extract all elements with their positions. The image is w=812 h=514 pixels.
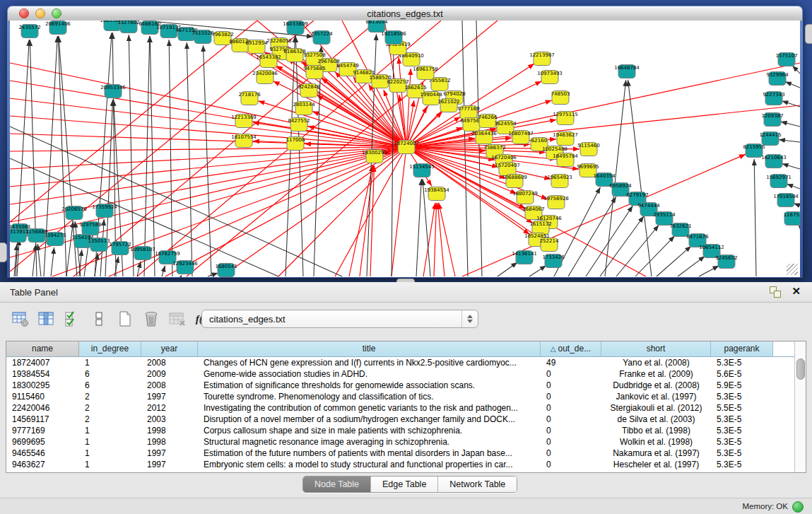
citation-edge-black[interactable] [785, 82, 800, 88]
table-cell[interactable]: 9777169 [6, 425, 79, 436]
table-cell[interactable]: 9465546 [6, 448, 79, 459]
table-cell[interactable]: 5.3E-5 [711, 414, 773, 425]
citation-edge-black[interactable] [616, 225, 659, 276]
citation-edge-black[interactable] [635, 236, 675, 276]
table-cell[interactable]: 6 [79, 380, 141, 391]
table-row[interactable]: 1938455462009Genome-wide association stu… [6, 368, 796, 380]
citation-edge-black[interactable] [600, 216, 644, 276]
table-cell[interactable]: 1 [79, 436, 141, 448]
table-row[interactable]: 2242004622012Investigating the contribut… [6, 402, 796, 414]
table-cell[interactable]: 0 [541, 425, 601, 436]
table-cell[interactable]: Jankovic et al. (1997) [601, 391, 711, 402]
table-cell[interactable]: 2 [79, 402, 141, 414]
citation-edge-black[interactable] [129, 35, 134, 276]
column-header-short[interactable]: short [601, 341, 711, 357]
table-cell[interactable]: 6 [79, 368, 141, 380]
table-cell[interactable]: Hescheler et al. (1997) [601, 459, 711, 470]
table-cell[interactable]: 0 [541, 402, 601, 414]
citation-edge-black[interactable] [51, 247, 54, 276]
table-cell[interactable]: 0 [541, 459, 601, 470]
float-panel-icon[interactable] [770, 286, 781, 298]
citation-edge-black[interactable] [208, 273, 218, 276]
table-cell[interactable]: 18300295 [6, 380, 79, 391]
citation-edge-black[interactable] [169, 40, 172, 276]
citation-edge-black[interactable] [782, 101, 800, 107]
select-rows-icon[interactable] [64, 309, 82, 329]
table-cell[interactable]: Structural magnetic resonance image aver… [198, 436, 541, 448]
table-row[interactable]: 911546021997Tourette syndrome. Phenomeno… [6, 391, 796, 402]
table-cell[interactable]: Investigating the contribution of common… [198, 402, 541, 414]
table-cell[interactable]: 2008 [141, 357, 198, 368]
table-cell[interactable]: 18724007 [6, 357, 79, 368]
table-cell[interactable]: 22420046 [6, 402, 79, 414]
citation-edge-black[interactable] [754, 159, 756, 276]
citation-edge-red[interactable] [360, 165, 373, 276]
table-cell[interactable]: Stergiakouli et al. (2012) [601, 402, 711, 414]
table-cell[interactable]: 0 [541, 391, 601, 402]
citation-edge-black[interactable] [657, 246, 691, 276]
column-header-year[interactable]: year [141, 341, 198, 357]
table-cell[interactable]: Genome-wide association studies in ADHD. [198, 368, 541, 380]
close-panel-icon[interactable]: ✕ [792, 285, 801, 298]
table-cell[interactable]: Dudbridge et al. (2008) [601, 380, 711, 391]
citation-edge-black[interactable] [112, 33, 116, 276]
table-cell[interactable]: 0 [541, 448, 601, 459]
table-cell[interactable]: 2 [79, 391, 141, 402]
table-cell[interactable]: 9699695 [6, 436, 79, 448]
table-row[interactable]: 1830029562008Estimation of significance … [6, 380, 796, 391]
citation-edge-red[interactable] [434, 203, 437, 276]
table-cell[interactable]: 0 [541, 436, 601, 448]
tab-node-table[interactable]: Node Table [303, 477, 371, 492]
table-cell[interactable]: Tourette syndrome. Phenomenology and cla… [198, 391, 541, 402]
table-cell[interactable]: 1998 [141, 436, 198, 448]
citation-edge-black[interactable] [779, 139, 800, 142]
network-window-titlebar[interactable]: citations_edges.txt [8, 6, 802, 21]
table-cell[interactable]: 5.3E-5 [711, 459, 773, 470]
tab-network-table[interactable]: Network Table [438, 477, 517, 492]
citation-edge-black[interactable] [787, 184, 800, 189]
window-resize-grip[interactable] [787, 264, 798, 275]
column-format-icon[interactable] [37, 309, 56, 329]
table-cell[interactable]: 5.3E-5 [711, 425, 773, 436]
citation-edge-black[interactable] [782, 163, 800, 169]
collapse-west-panel-handle[interactable] [0, 243, 7, 262]
table-cell[interactable]: 5.9E-5 [711, 380, 773, 391]
table-cell[interactable]: 0 [541, 368, 601, 380]
citation-edge-red[interactable] [253, 122, 406, 147]
table-cell[interactable]: 1998 [141, 425, 198, 436]
table-cell[interactable]: 5.6E-5 [711, 368, 773, 380]
table-cell[interactable]: 1997 [141, 391, 198, 402]
network-view-canvas[interactable]: 7963822886012889129542322605893275051654… [10, 21, 800, 277]
table-row[interactable]: 1872400712008Changes of HCN gene express… [6, 357, 796, 368]
table-cell[interactable]: 0 [541, 380, 601, 391]
table-cell[interactable]: Franke et al. (2009) [601, 368, 711, 380]
table-options-icon[interactable] [11, 309, 30, 329]
citation-edge-black[interactable] [529, 266, 546, 276]
citation-edge-black[interactable] [781, 122, 800, 127]
column-header-name[interactable]: name [6, 341, 79, 357]
table-cell[interactable]: 14569117 [6, 414, 79, 425]
table-cell[interactable]: 9463627 [6, 459, 79, 470]
table-cell[interactable]: 1997 [141, 459, 198, 470]
table-cell[interactable]: 1 [79, 448, 141, 459]
column-header-in-degree[interactable]: in_degree [79, 341, 141, 357]
citation-edge-red[interactable] [312, 112, 406, 147]
table-cell[interactable]: Disruption of a novel member of a sodium… [198, 414, 541, 425]
table-cell[interactable]: 1 [79, 459, 141, 470]
scrollbar-thumb[interactable] [796, 358, 805, 380]
table-vertical-scrollbar[interactable] [794, 341, 806, 472]
table-cell[interactable]: Corpus callosum shape and size in male p… [198, 425, 541, 436]
table-cell[interactable]: 2003 [141, 414, 198, 425]
table-cell[interactable]: 5.3E-5 [711, 357, 773, 368]
citation-edge-black[interactable] [416, 179, 421, 276]
collapse-east-panel-handle[interactable] [805, 24, 812, 44]
table-cell[interactable]: Embryonic stem cells: a model to study s… [198, 459, 541, 470]
citation-edge-black[interactable] [162, 266, 165, 276]
table-row[interactable]: 946362711997Embryonic stem cells: a mode… [6, 459, 796, 470]
column-header-out-de-[interactable]: △out_de... [541, 341, 601, 357]
table-cell[interactable]: 2008 [141, 380, 198, 391]
table-cell[interactable]: 2 [79, 414, 141, 425]
table-row[interactable]: 1456911722003Disruption of a novel membe… [6, 414, 796, 425]
table-cell[interactable]: 1997 [141, 448, 198, 459]
table-cell[interactable]: Nakamura et al. (1997) [601, 448, 711, 459]
